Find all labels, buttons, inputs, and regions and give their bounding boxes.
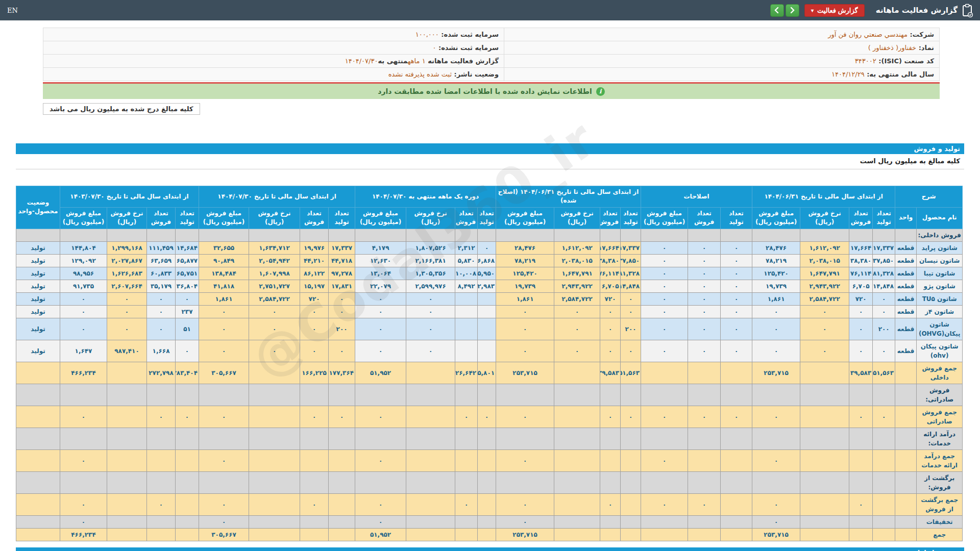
empty-cell	[249, 229, 300, 241]
value-cell	[621, 528, 641, 541]
value-cell: ۰	[800, 318, 849, 340]
empty-cell	[300, 471, 329, 493]
value-cell	[800, 493, 849, 515]
signature-notice: i اطلاعات نمایش داده شده با اطلاعات امضا…	[43, 84, 940, 99]
product-name-cell: جمع برگشت از فروش	[917, 493, 963, 515]
value-cell: ۰	[478, 406, 496, 428]
value-cell: ۱,۶۱۲,۰۹۲	[800, 241, 849, 254]
value-cell: ۴۶۶,۲۳۴	[60, 362, 107, 384]
value-cell: ۰	[688, 280, 721, 292]
value-cell: ۱۲,۶۳۰	[355, 254, 406, 267]
status-cell: تولید	[16, 292, 60, 305]
value-cell: ۰	[873, 340, 895, 362]
clipboard-icon	[962, 4, 973, 17]
value-cell	[478, 340, 496, 362]
value-cell: ۱,۶۶۸	[147, 340, 176, 362]
metric-header: تعداد تولید	[721, 207, 752, 229]
info-label: شرکت:	[908, 31, 934, 38]
value-cell: ۰	[641, 280, 688, 292]
value-cell: ۲۵۳,۷۱۵	[752, 362, 800, 384]
product-name-cell: شاتون پیکان (ohv)	[917, 340, 963, 362]
info-cell: سرمایه ثبت نشده: ۰	[43, 41, 504, 55]
value-cell: ۰	[641, 292, 688, 305]
value-cell: ۰	[721, 340, 752, 362]
language-toggle-en[interactable]: EN	[7, 7, 18, 14]
value-cell: ۱۳۸,۴۸۴	[199, 267, 249, 280]
value-cell	[249, 362, 300, 384]
value-cell: ۳۶,۸۰۴	[176, 280, 199, 292]
total-row: جمع فروش صادراتی۰۰۰۰۰۰۰۰۰۰۰۰۰۰۰۰۰۰	[16, 406, 963, 428]
status-column-header: وضعیت محصول-واحد	[16, 186, 60, 229]
metric-header: نرخ فروش (ریال)	[406, 207, 455, 229]
value-cell: ۰	[147, 493, 176, 515]
previous-report-button[interactable]	[770, 4, 784, 17]
metric-header: تعداد تولید	[621, 207, 641, 229]
empty-cell	[496, 384, 554, 406]
empty-cell	[600, 428, 621, 449]
info-cell: شرکت: مهندسي صنعتي روان فن آور	[504, 28, 940, 41]
unit-cell	[895, 515, 917, 528]
value-cell: ۱۵,۱۹۷	[300, 280, 329, 292]
value-cell: ۲,۹۴۳,۹۲۲	[554, 280, 600, 292]
value-cell	[688, 362, 721, 384]
metric-header: مبلغ فروش (میلیون ریال)	[199, 207, 249, 229]
value-cell: ۶۵,۸۷۷	[176, 254, 199, 267]
info-label: سال مالی منتهی به:	[865, 70, 934, 78]
value-cell: ۸۱,۳۲۸	[621, 267, 641, 280]
empty-cell	[355, 229, 406, 241]
value-cell: ۰	[873, 305, 895, 318]
value-cell: ۲,۰۳۸,۰۱۵	[554, 254, 600, 267]
value-cell: ۲۵,۸۰۱	[478, 362, 496, 384]
value-cell: ۰	[721, 280, 752, 292]
info-cell: سرمایه ثبت شده: ۱۰۰,۰۰۰	[43, 28, 504, 41]
value-cell: ۲۶,۶۴۲	[455, 362, 478, 384]
value-cell: ۷۲۰	[849, 292, 873, 305]
empty-cell	[355, 471, 406, 493]
value-cell: ۸۶,۱۲۲	[300, 267, 329, 280]
page: گزارش فعالیت ماهانه گزارش فعالیت ▾ EN شر…	[0, 0, 980, 551]
value-cell: ۰	[849, 305, 873, 318]
value-cell: ۰	[721, 254, 752, 267]
info-label: سرمایه ثبت شده:	[439, 31, 499, 38]
value-cell	[176, 493, 199, 515]
empty-cell	[496, 229, 554, 241]
value-cell: ۰	[406, 318, 455, 340]
value-cell: ۰	[329, 406, 355, 428]
period-group-header: از ابتدای سال مالی تا تاریخ ۱۴۰۳/۰۷/۳۰	[60, 186, 199, 208]
empty-cell	[752, 428, 800, 449]
period-group-header: از ابتدای سال مالی تا تاریخ ۱۴۰۴/۰۶/۳۱	[752, 186, 895, 208]
value-cell: ۴,۱۷۹	[355, 241, 406, 254]
value-cell: ۱۱۴,۶۸۴	[176, 241, 199, 254]
unit-cell: قطعه	[895, 340, 917, 362]
value-cell	[329, 449, 355, 471]
empty-cell	[641, 384, 688, 406]
next-report-button[interactable]	[786, 4, 799, 17]
value-cell: ۳۰۵,۶۶۷	[199, 528, 249, 541]
value-cell	[641, 528, 688, 541]
status-cell	[16, 515, 60, 528]
value-cell: ۱۷,۳۳۷	[621, 241, 641, 254]
info-value: ۱۰۰,۰۰۰	[415, 31, 439, 38]
value-cell	[641, 515, 688, 528]
info-icon: i	[596, 87, 605, 96]
info-cell: نماد: خفناور( ذخفناور )	[504, 41, 940, 55]
value-cell: ۰	[800, 340, 849, 362]
value-cell: ۲۵۳,۷۱۵	[752, 528, 800, 541]
value-cell: ۰	[721, 406, 752, 428]
value-cell: ۱۴۴,۸۰۴	[60, 241, 107, 254]
metric-header: تعداد فروش	[455, 207, 478, 229]
value-cell: ۵۱	[176, 318, 199, 340]
value-cell: ۱,۳۰۵,۳۵۶	[406, 267, 455, 280]
value-cell: ۱۶۶,۲۲۵	[300, 362, 329, 384]
value-cell: ۷۲۰	[600, 292, 621, 305]
empty-cell	[849, 229, 873, 241]
empty-cell	[406, 428, 455, 449]
value-cell: ۰	[496, 515, 554, 528]
sales-band-note: کلیه مبالغ به میلیون ریال است	[16, 154, 964, 169]
product-name-cell: شاتون پیکان(OHVG)	[917, 318, 963, 340]
value-cell	[873, 493, 895, 515]
empty-cell	[176, 384, 199, 406]
report-type-dropdown[interactable]: گزارش فعالیت ▾	[804, 4, 865, 17]
empty-cell	[107, 428, 147, 449]
value-cell	[406, 406, 455, 428]
